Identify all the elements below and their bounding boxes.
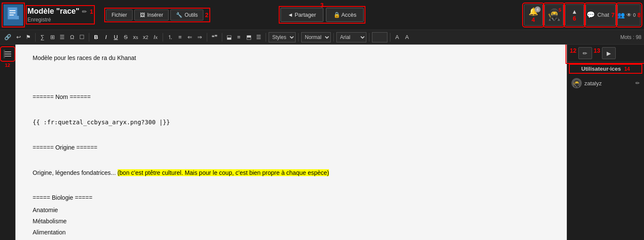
flag-btn[interactable]: ⚑ (24, 33, 33, 41)
editor-line-blank5 (33, 156, 550, 165)
chat-button[interactable]: 💬 Chat 7 (586, 4, 616, 26)
partager-button[interactable]: ◄ Partager (280, 8, 323, 22)
left-sidebar: 12 (0, 45, 15, 240)
sep1 (35, 33, 36, 42)
svg-rect-9 (4, 56, 11, 57)
top-right-icons: 4 🔔 4 🥷 5 ▲ 6 💬 Chat 7 👥 👁 0 8 (524, 4, 641, 26)
editor-origine-highlight: (bon c'est ptêtre culturel. Mais pour le… (118, 169, 329, 176)
strike-btn[interactable]: S (121, 33, 130, 41)
editor-line-origine: ====== Origine ====== (33, 143, 550, 152)
editor-line-blank2 (33, 80, 550, 90)
svg-rect-10 (3, 50, 5, 58)
format-toolbar: 🔗 ↩ ⚑ ∑ ⊞ ☰ Ω ☐ B I U S xs x2 Ix ⒈ ≡ ⇐ ⇒… (0, 30, 644, 45)
sep5 (222, 33, 222, 42)
quote-btn[interactable]: ❝❞ (210, 33, 219, 41)
sep3 (163, 33, 163, 42)
panel-edit-btn[interactable]: ✏ (578, 47, 592, 59)
block-btn[interactable]: ☐ (78, 33, 86, 41)
manage-users-button[interactable]: 👥 👁 0 8 (617, 4, 641, 26)
label-n13: 13 (594, 47, 601, 59)
editor-area[interactable]: Modèle pour les races de ra du Khanat ==… (15, 45, 567, 240)
font-bg-btn[interactable]: A (403, 33, 411, 41)
editor-line-anatomie: Anatomie (33, 205, 550, 215)
font-size-input[interactable]: 16 (372, 32, 387, 42)
notification-button[interactable]: 4 🔔 4 (524, 4, 543, 26)
indent-inc-btn[interactable]: ⇒ (196, 33, 204, 41)
doc-title-block: Modèle "race" ✏ 1 Enregistré (27, 7, 93, 23)
underline-btn[interactable]: U (112, 33, 120, 41)
outils-button[interactable]: 🔧 Outils (170, 9, 203, 21)
eye-count: 0 (633, 12, 636, 18)
sidebar-toggle-icon[interactable] (2, 48, 14, 60)
italic-btn[interactable]: I (102, 33, 110, 41)
title-edit-icon[interactable]: ✏ (82, 8, 87, 15)
editor-line-origine-text: Origine, légendes fondatrices... (bon c'… (33, 168, 550, 177)
superscript-btn[interactable]: x2 (141, 33, 150, 41)
font-color-btn[interactable]: A (393, 33, 402, 41)
top-bar: Modèle "race" ✏ 1 Enregistré Fichier 🖼 I… (0, 0, 644, 30)
paragraph-select[interactable]: Normal (301, 32, 331, 42)
label-n5: 5 (559, 7, 561, 12)
sep9 (369, 33, 369, 42)
subscript-btn[interactable]: xs (131, 33, 140, 41)
user-edit-icon[interactable]: ✏ (635, 80, 640, 86)
sep4 (207, 33, 207, 42)
users-title: Utilisateur·ices 14 (571, 66, 641, 72)
svg-rect-6 (15, 16, 19, 19)
label-n6: 6 (573, 15, 576, 22)
label-n7: 7 (611, 12, 615, 18)
wrench-icon: 🔧 (176, 12, 182, 18)
user-item: 🥷 zatalyz ✏ (571, 76, 641, 90)
collapse-button[interactable]: ▲ 6 (565, 4, 584, 26)
link-btn[interactable]: 🔗 (3, 33, 13, 41)
sep2 (89, 33, 89, 42)
editor-line-blank3 (33, 105, 550, 115)
right-panel: 12 ✏ 13 ▶ Utilisateur·ices 14 🥷 zatalyz … (567, 45, 644, 240)
label-n4: 4 (532, 16, 535, 23)
doc-subtitle: Enregistré (27, 17, 93, 23)
sum-btn[interactable]: ∑ (38, 33, 47, 41)
editor-line-code: {{ :fr:quetzal_ccbysa_aryx.png?300 |}} (33, 117, 550, 127)
ol-btn[interactable]: ⒈ (166, 33, 175, 42)
share-access-group: 3 ◄ Partager 🔒 Accès (280, 8, 364, 22)
bold-btn[interactable]: B (92, 33, 100, 41)
users-icon: 👥 (617, 12, 625, 18)
ul-btn[interactable]: ≡ (176, 33, 184, 41)
fichier-button[interactable]: Fichier (106, 9, 133, 21)
user-avatar-button[interactable]: 🥷 5 (544, 4, 563, 26)
doc-icon (3, 4, 23, 26)
acces-button[interactable]: 🔒 Accès (326, 8, 364, 22)
editor-line-alimentation: Alimentation (33, 228, 550, 237)
panel-play-btn[interactable]: ▶ (602, 47, 616, 59)
indent-dec-btn[interactable]: ⇐ (186, 33, 194, 41)
label-n12b: 12 (570, 47, 577, 59)
align-justify-btn[interactable]: ☰ (254, 33, 263, 41)
collapse-icon: ▲ (571, 8, 577, 15)
panel-tools: 12 ✏ 13 ▶ (567, 45, 644, 62)
italic2-btn[interactable]: Ix (151, 33, 160, 41)
table-btn[interactable]: ⊞ (48, 33, 57, 41)
label-n2: 2 (205, 12, 209, 18)
svg-rect-8 (4, 54, 11, 54)
list-btn[interactable]: ☰ (58, 33, 67, 41)
styles-select[interactable]: Styles (269, 32, 296, 42)
inserer-button[interactable]: 🖼 Insérer (134, 9, 169, 21)
image-icon: 🖼 (140, 12, 145, 18)
editor-line-biologie: ===== Biologie ===== (33, 193, 550, 202)
align-center-btn[interactable]: ≡ (235, 33, 243, 41)
omega-btn[interactable]: Ω (68, 33, 76, 41)
undo-btn[interactable]: ↩ (14, 33, 23, 41)
user-avatar-small: 🥷 (571, 78, 582, 88)
font-select[interactable]: Arial (336, 32, 366, 42)
label-n12: 12 (5, 63, 10, 68)
label-n8: 8 (638, 12, 641, 18)
chat-label: Chat (597, 12, 609, 18)
editor-line-1: Modèle pour les races de ra du Khanat (33, 53, 550, 63)
align-right-btn[interactable]: ⬒ (245, 33, 253, 41)
label-n1: 1 (90, 8, 93, 15)
sep6 (266, 33, 266, 42)
editor-line-blank4 (33, 130, 550, 140)
align-left-btn[interactable]: ⬓ (225, 33, 233, 41)
chat-icon: 💬 (587, 11, 595, 19)
sep8 (333, 33, 334, 42)
